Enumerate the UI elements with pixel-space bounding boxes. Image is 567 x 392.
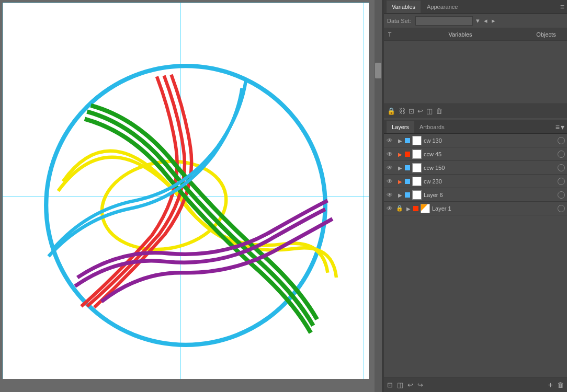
vars-toolbar: Data Set: ▾ ◂ ▸: [384, 14, 567, 28]
expand-arrow-icon: ▶: [398, 192, 402, 198]
layer-row-layer6[interactable]: 👁 ▶ Layer 6: [384, 188, 567, 202]
layers-panel: Layers Artboards ≡ ▾ 👁 ▶ cw 130: [384, 120, 567, 392]
guide-horizontal-top: [3, 3, 369, 3]
layer-target-cw130[interactable]: [558, 137, 565, 144]
data-set-label: Data Set:: [387, 18, 411, 24]
next-dataset-icon[interactable]: ▸: [491, 16, 496, 26]
collect-in-new-layer-icon[interactable]: ◫: [397, 381, 403, 389]
layer-thumbnail-cw130: [412, 136, 422, 145]
svg-rect-2: [413, 136, 421, 145]
layer-expand-layer1[interactable]: ▶: [404, 205, 413, 212]
capture-icon[interactable]: ⊡: [409, 107, 414, 115]
layer-lock-layer1[interactable]: 🔒: [395, 205, 404, 212]
layer-color-cw130: [405, 138, 410, 143]
make-clipping-mask-icon[interactable]: ⊡: [387, 381, 393, 389]
right-panel: Variables Appearance ≡ Data Set: ▾ ◂ ▸ T…: [384, 0, 567, 392]
dropdown-arrow-icon[interactable]: ▾: [475, 16, 481, 26]
svg-rect-3: [413, 150, 421, 158]
layer-expand-ccw45[interactable]: ▶: [395, 151, 405, 157]
canvas-area: [0, 0, 382, 392]
tab-layers[interactable]: Layers: [387, 121, 414, 133]
svg-rect-4: [413, 164, 421, 172]
svg-rect-5: [413, 177, 421, 186]
layer-visibility-layer6[interactable]: 👁: [384, 191, 395, 199]
layer-thumbnail-ccw45: [412, 149, 422, 159]
top-panel: Variables Appearance ≡ Data Set: ▾ ◂ ▸ T…: [384, 0, 567, 120]
col-t-header: T: [384, 31, 395, 38]
layer-name-cw230: cw 230: [424, 178, 555, 185]
expand-arrow-icon: ▶: [398, 165, 402, 171]
layer-color-cw230: [405, 179, 410, 184]
delete-layer-icon[interactable]: 🗑: [557, 381, 564, 389]
layer-target-layer1[interactable]: [558, 205, 565, 212]
layer-target-ccw150[interactable]: [558, 164, 565, 171]
layer-visibility-ccw45[interactable]: 👁: [384, 151, 395, 158]
move-to-current-layer-icon[interactable]: ↩: [407, 381, 413, 389]
prev-dataset-icon[interactable]: ◂: [483, 16, 489, 26]
lock-icon[interactable]: 🔒: [387, 107, 395, 115]
layer-row-cw230[interactable]: 👁 ▶ cw 230: [384, 175, 567, 188]
layer-target-ccw45[interactable]: [558, 151, 565, 158]
layers-bottom-toolbar: ⊡ ◫ ↩ ↪ + 🗑: [384, 377, 567, 392]
expand-arrow-icon: ▶: [398, 152, 402, 157]
expand-arrow-icon: ▶: [398, 179, 402, 185]
layers-list: 👁 ▶ cw 130 👁 ▶: [384, 134, 567, 377]
layers-menu-arrow-icon: ▾: [561, 123, 564, 131]
layer-row-ccw150[interactable]: 👁 ▶ ccw 150: [384, 161, 567, 175]
layer-row-layer1[interactable]: 👁 🔒 ▶ Layer 1: [384, 202, 567, 215]
layers-tab-bar: Layers Artboards ≡ ▾: [384, 120, 567, 134]
layer-name-layer1: Layer 1: [432, 205, 555, 212]
layer-thumbnail-cw230: [412, 177, 422, 186]
layer-visibility-ccw150[interactable]: 👁: [384, 164, 395, 171]
layer-visibility-cw230[interactable]: 👁: [384, 178, 395, 185]
tab-artboards[interactable]: Artboards: [414, 121, 450, 133]
expand-arrow-icon: ▶: [398, 138, 402, 144]
tab-variables[interactable]: Variables: [387, 1, 421, 13]
layer-expand-layer6[interactable]: ▶: [395, 192, 405, 198]
layer-visibility-layer1[interactable]: 👁: [384, 205, 395, 212]
layers-menu-lines-icon: ≡: [555, 123, 560, 131]
data-set-input[interactable]: [415, 16, 473, 26]
layer-target-layer6[interactable]: [558, 191, 565, 199]
svg-rect-6: [413, 191, 421, 199]
col-variables-header: Variables: [395, 31, 525, 38]
layer-expand-ccw150[interactable]: ▶: [395, 165, 405, 171]
chain-link-icon[interactable]: ⛓: [399, 107, 405, 115]
layer-thumbnail-layer1: [421, 204, 430, 213]
expand-arrow-icon: ▶: [406, 206, 411, 212]
vars-column-headers: T Variables Objects: [384, 28, 567, 41]
layer-expand-cw130[interactable]: ▶: [395, 137, 405, 144]
layer-visibility-cw130[interactable]: 👁: [384, 137, 395, 144]
layer-name-cw130: cw 130: [424, 137, 555, 144]
scrollbar-thumb[interactable]: [375, 63, 381, 78]
scrollbar-vertical[interactable]: [375, 0, 382, 392]
layer-color-layer1: [413, 206, 418, 211]
layers-panel-menu[interactable]: ≡ ▾: [555, 123, 564, 131]
layer-row-ccw45[interactable]: 👁 ▶ ccw 45: [384, 147, 567, 161]
tab-appearance[interactable]: Appearance: [422, 1, 463, 13]
panel-tab-bar: Variables Appearance ≡: [384, 0, 567, 14]
vars-body: [384, 41, 567, 103]
delete-var-icon[interactable]: 🗑: [436, 107, 443, 115]
layer-expand-cw230[interactable]: ▶: [395, 178, 405, 185]
new-var-set-icon[interactable]: ◫: [426, 107, 433, 115]
layer-thumbnail-ccw150: [412, 163, 422, 172]
col-objects-header: Objects: [525, 31, 567, 38]
layer-row-cw130[interactable]: 👁 ▶ cw 130: [384, 134, 567, 147]
vars-bottom-toolbar: 🔒 ⛓ ⊡ ↩ ◫ 🗑: [384, 103, 567, 118]
layer-color-layer6: [405, 192, 410, 198]
release-icon[interactable]: ↪: [417, 381, 423, 389]
layer-color-ccw45: [405, 152, 410, 157]
panel-menu-button[interactable]: ≡: [560, 3, 564, 11]
layer-thumbnail-layer6: [412, 190, 422, 200]
apply-icon[interactable]: ↩: [417, 107, 423, 115]
layer-color-ccw150: [405, 165, 410, 170]
artwork-svg: [5, 5, 366, 379]
new-layer-icon[interactable]: +: [548, 381, 553, 390]
layer-target-cw230[interactable]: [558, 178, 565, 185]
layer-name-ccw45: ccw 45: [424, 151, 555, 157]
layer-name-layer6: Layer 6: [424, 192, 555, 198]
guide-vertical-left: [3, 3, 3, 379]
layer-name-ccw150: ccw 150: [424, 165, 555, 171]
artboard: [3, 3, 369, 379]
